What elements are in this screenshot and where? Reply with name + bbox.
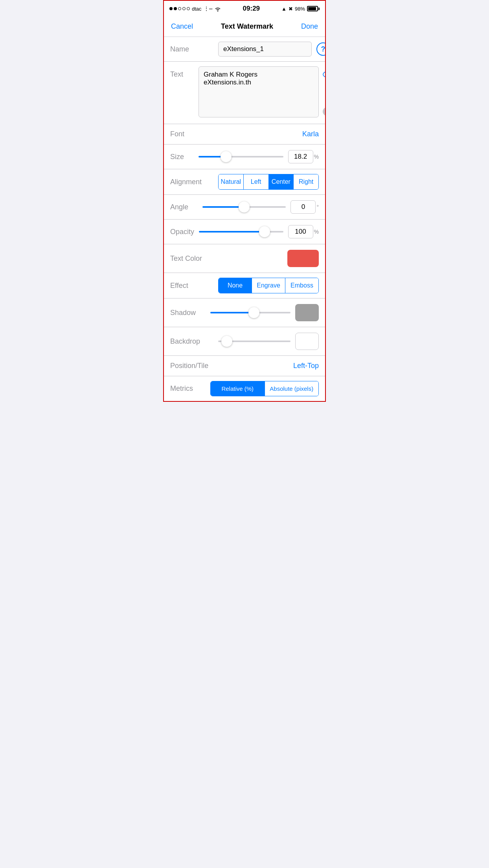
opacity-slider-wrap (199, 231, 283, 233)
angle-input[interactable] (290, 200, 316, 214)
dot-2 (174, 7, 177, 10)
backdrop-color-swatch[interactable] (295, 333, 319, 350)
status-right: ▲ ✖ 98% (281, 6, 320, 12)
backdrop-slider-wrap (218, 341, 290, 342)
carrier-label: dtac (192, 6, 202, 12)
backdrop-label: Backdrop (170, 337, 213, 346)
metrics-row: Metrics Relative (%) Absolute (pixels) (164, 376, 325, 401)
alignment-row: Alignment Natural Left Center Right (164, 169, 325, 195)
size-row: Size % (164, 145, 325, 169)
text-color-row: Text Color (164, 244, 325, 273)
text-color-swatch[interactable] (287, 250, 319, 267)
effect-label: Effect (170, 282, 213, 290)
shadow-row: Shadow (164, 298, 325, 327)
status-bar: dtac ⋮⎼ 09:29 ▲ ✖ 98% (164, 1, 325, 16)
metrics-segment: Relative (%) Absolute (pixels) (210, 381, 319, 396)
name-row: Name ? (164, 37, 325, 62)
effect-segment: None Engrave Emboss (218, 278, 319, 293)
name-label: Name (170, 45, 213, 53)
font-row: Font Karla (164, 124, 325, 145)
size-slider-wrap (199, 156, 283, 157)
battery-percent: 98% (295, 6, 305, 12)
wifi-icon-svg (214, 6, 221, 11)
text-label: Text (170, 66, 194, 79)
metrics-label: Metrics (170, 385, 206, 393)
opacity-row: Opacity % (164, 220, 325, 244)
signal-dots (169, 7, 190, 10)
angle-unit: ° (316, 204, 319, 210)
angle-row: Angle ° (164, 195, 325, 220)
dot-5 (187, 7, 190, 10)
size-label: Size (170, 153, 194, 161)
opacity-slider[interactable] (199, 231, 283, 233)
text-textarea[interactable]: Graham K Rogers eXtensions.in.th (199, 66, 319, 117)
opacity-unit: % (314, 229, 319, 235)
effect-emboss[interactable]: Emboss (285, 278, 318, 293)
opacity-label: Opacity (170, 228, 194, 236)
alignment-segment: Natural Left Center Right (218, 174, 319, 190)
font-value[interactable]: Karla (302, 130, 319, 138)
location-icon: ▲ (281, 6, 287, 12)
effect-engrave[interactable]: Engrave (252, 278, 285, 293)
status-left: dtac ⋮⎼ (169, 5, 221, 12)
done-button[interactable]: Done (301, 22, 318, 31)
nav-title: Text Watermark (221, 22, 273, 31)
angle-slider-wrap (202, 206, 286, 208)
position-label: Position/Tile (170, 362, 213, 370)
shadow-color-swatch[interactable] (295, 304, 319, 321)
svg-point-1 (326, 73, 326, 76)
clear-icon[interactable]: ✕ (323, 107, 326, 116)
opacity-value-wrap: % (288, 225, 319, 238)
effect-none[interactable]: None (219, 278, 252, 293)
dot-1 (169, 7, 173, 10)
bluetooth-icon: ✖ (289, 6, 293, 12)
metrics-absolute[interactable]: Absolute (pixels) (265, 381, 319, 396)
position-value[interactable]: Left-Top (293, 362, 319, 370)
dot-3 (178, 7, 181, 10)
angle-slider[interactable] (202, 206, 286, 208)
position-row: Position/Tile Left-Top (164, 356, 325, 376)
alignment-left[interactable]: Left (244, 174, 269, 189)
font-label: Font (170, 130, 213, 138)
size-input[interactable] (288, 150, 313, 163)
backdrop-slider[interactable] (218, 341, 290, 342)
text-row: Text Graham K Rogers eXtensions.in.th ✕ (164, 62, 325, 124)
text-color-label: Text Color (170, 255, 213, 263)
text-area-wrap: Graham K Rogers eXtensions.in.th ✕ (199, 66, 319, 119)
alignment-center[interactable]: Center (269, 174, 294, 189)
shadow-label: Shadow (170, 309, 206, 317)
nav-bar: Cancel Text Watermark Done (164, 16, 325, 37)
shadow-slider[interactable] (210, 312, 290, 313)
dot-4 (182, 7, 186, 10)
alignment-label: Alignment (170, 178, 213, 186)
size-value-wrap: % (288, 150, 319, 163)
size-slider[interactable] (199, 156, 283, 157)
angle-label: Angle (170, 203, 198, 211)
alignment-natural[interactable]: Natural (219, 174, 244, 189)
svg-point-0 (323, 72, 326, 77)
shadow-slider-wrap (210, 312, 290, 313)
alignment-right[interactable]: Right (294, 174, 318, 189)
angle-value-wrap: ° (290, 200, 319, 214)
size-unit: % (314, 154, 319, 160)
metrics-relative[interactable]: Relative (%) (211, 381, 265, 396)
backdrop-row: Backdrop (164, 327, 325, 356)
battery-icon (307, 6, 320, 11)
help-icon[interactable]: ? (316, 42, 326, 56)
wifi-icon: ⋮⎼ (204, 5, 212, 12)
eye-icon[interactable] (323, 70, 326, 79)
name-input[interactable] (218, 42, 312, 57)
effect-row: Effect None Engrave Emboss (164, 273, 325, 298)
opacity-input[interactable] (288, 225, 313, 238)
cancel-button[interactable]: Cancel (171, 22, 193, 31)
status-time: 09:29 (243, 5, 260, 13)
